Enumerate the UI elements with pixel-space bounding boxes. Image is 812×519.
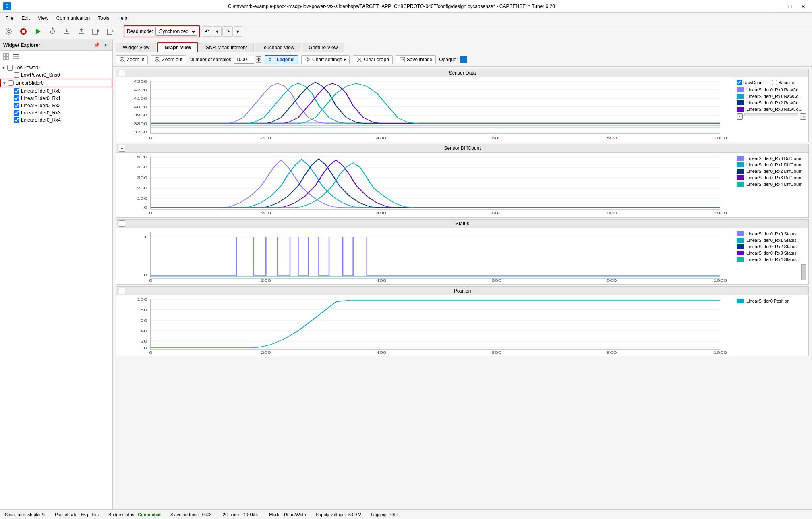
import-button[interactable]	[89, 25, 102, 38]
samples-down[interactable]: ▼	[256, 60, 261, 63]
menu-communication[interactable]: Communication	[52, 15, 94, 22]
app-icon: C	[3, 2, 11, 10]
svg-text:40: 40	[141, 329, 147, 333]
widget-explorer-header: Widget Explorer 📌 ✕	[0, 39, 112, 51]
position-collapse[interactable]: −	[119, 288, 125, 294]
export-button[interactable]	[104, 25, 117, 38]
legend-scroll-left[interactable]: ‹	[737, 113, 743, 120]
menu-tools[interactable]: Tools	[94, 15, 113, 22]
menubar: File Edit View Communication Tools Help	[0, 13, 812, 23]
svg-text:4000: 4000	[134, 105, 147, 109]
diff-color-rx1	[737, 162, 744, 167]
window-controls: — □ ✕	[772, 2, 809, 10]
tab-gesture-view[interactable]: Gesture View	[302, 43, 345, 52]
upload-button[interactable]	[75, 25, 88, 38]
rawcount-checkbox[interactable]	[737, 80, 742, 85]
tab-touchpad-view[interactable]: Touchpad View	[255, 43, 301, 52]
slave-address-value: 0x08	[202, 512, 212, 517]
read-mode-select[interactable]: Synchronized Free Running	[155, 27, 197, 36]
settings-toolbar-button[interactable]	[2, 25, 15, 38]
tree-item-rx3[interactable]: ▶ LinearSlider0_Rx3	[0, 109, 112, 116]
diffcount-collapse[interactable]: −	[119, 145, 125, 152]
check-rx0[interactable]	[14, 88, 19, 94]
scan-rate-value: 55 pkts/s	[27, 512, 45, 517]
tab-graph-view[interactable]: Graph View	[157, 42, 198, 52]
maximize-button[interactable]: □	[785, 2, 796, 10]
widget-explorer-close-button[interactable]: ✕	[102, 42, 109, 49]
check-rx1[interactable]	[14, 95, 19, 101]
rawcount-checkbox-label[interactable]: RawCount	[737, 80, 764, 85]
legend-label: Legend	[276, 57, 294, 62]
check-rx3[interactable]	[14, 110, 19, 116]
check-linearslider0[interactable]	[8, 80, 14, 86]
status-collapse[interactable]: −	[119, 220, 125, 227]
diff-legend-rx1: LinearSlider0_Rx1 DiffCount	[737, 162, 806, 168]
svg-text:1000: 1000	[713, 136, 727, 140]
logging-value: OFF	[390, 512, 399, 517]
svg-text:800: 800	[607, 278, 617, 282]
mode-value: Read/Write	[284, 512, 306, 517]
svg-text:3700: 3700	[134, 130, 147, 134]
redo-button[interactable]: ↷	[222, 26, 233, 37]
tree-item-rx0[interactable]: ▶ LinearSlider0_Rx0	[0, 87, 112, 95]
save-image-button[interactable]: Save image	[396, 55, 436, 64]
sensor-data-collapse[interactable]: −	[119, 70, 125, 76]
tree-item-lowpower0-sns0[interactable]: ▶ LowPower0_Sns0	[0, 71, 112, 79]
redo-dropdown[interactable]: ▾	[234, 26, 242, 37]
tab-widget-view[interactable]: Widget View	[116, 43, 156, 52]
zoom-in-button[interactable]: Zoom in	[116, 55, 148, 64]
clear-graph-button[interactable]: Clear graph	[353, 55, 393, 64]
mode-item: Mode: Read/Write	[269, 512, 306, 517]
check-rx4[interactable]	[14, 117, 19, 123]
close-button[interactable]: ✕	[798, 2, 809, 10]
menu-edit[interactable]: Edit	[17, 15, 34, 22]
zoom-in-label: Zoom in	[127, 57, 144, 62]
status-legend-scrollbar[interactable]	[737, 264, 806, 280]
widget-tool-btn-1[interactable]	[2, 52, 10, 61]
baseline-checkbox-label[interactable]: Baseline	[772, 80, 795, 85]
position-legend: LinearSlider0 Position	[734, 295, 808, 356]
svg-marker-3	[36, 29, 41, 34]
widget-explorer-pin-button[interactable]: 📌	[93, 42, 100, 49]
status-legend-rx1: LinearSlider0_Rx1 Status	[737, 237, 806, 243]
tree-item-rx1[interactable]: ▶ LinearSlider0_Rx1	[0, 95, 112, 102]
menu-file[interactable]: File	[2, 15, 17, 22]
widget-tool-btn-2[interactable]	[11, 52, 20, 61]
tree-item-lowpower0[interactable]: ▼ LowPower0	[0, 64, 112, 71]
refresh-button[interactable]	[46, 25, 59, 38]
label-sns0: LowPower0_Sns0	[21, 72, 60, 78]
samples-input[interactable]	[234, 56, 254, 64]
download-button[interactable]	[60, 25, 73, 38]
diff-legend-rx3-label: LinearSlider0_Rx3 DiffCount	[746, 175, 802, 180]
menu-view[interactable]: View	[34, 15, 52, 22]
zoom-out-button[interactable]: Zoom out	[151, 55, 186, 64]
stop-button[interactable]	[17, 25, 30, 38]
minimize-button[interactable]: —	[772, 2, 783, 10]
legend-scroll-arrows: ‹ ›	[737, 113, 806, 120]
sensor-color-rx3	[737, 107, 744, 112]
undo-dropdown[interactable]: ▾	[213, 26, 222, 37]
menu-help[interactable]: Help	[113, 15, 131, 22]
tree-item-rx2[interactable]: ▶ LinearSlider0_Rx2	[0, 102, 112, 109]
tab-snr-measurement[interactable]: SNR Measurement	[199, 43, 254, 52]
status-color-rx3	[737, 251, 744, 255]
tree-item-linearslider0[interactable]: ▼ LinearSlider0	[0, 79, 112, 87]
svg-line-18	[159, 61, 160, 62]
legend-scrollbar[interactable]	[744, 113, 798, 116]
chart-settings-button[interactable]: Chart settings ▾	[301, 55, 350, 64]
baseline-checkbox[interactable]	[772, 80, 777, 85]
opaque-color-swatch[interactable]	[460, 56, 467, 63]
slave-address-item: Slave address: 0x08	[170, 512, 212, 517]
check-rx2[interactable]	[14, 103, 19, 108]
legend-button[interactable]: Legend	[265, 55, 298, 64]
undo-button[interactable]: ↶	[202, 26, 212, 37]
check-lowpower0[interactable]	[7, 65, 13, 71]
tree-item-rx4[interactable]: ▶ LinearSlider0_Rx4	[0, 116, 112, 124]
svg-text:600: 600	[491, 211, 502, 215]
legend-scroll-right[interactable]: ›	[800, 113, 806, 120]
svg-text:600: 600	[491, 351, 502, 355]
charts-area: − Sensor Data	[113, 67, 812, 509]
run-button[interactable]	[31, 25, 44, 38]
check-sns0[interactable]	[14, 72, 19, 78]
svg-rect-11	[13, 56, 19, 57]
